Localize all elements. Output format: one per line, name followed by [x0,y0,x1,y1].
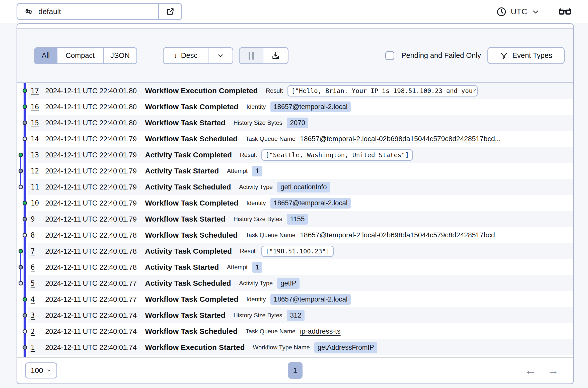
event-timestamp: 2024-12-11 UTC 22:40:01.80 [45,119,145,127]
event-row[interactable]: 17 2024-12-11 UTC 22:40:01.80 Workflow E… [17,83,573,99]
page-size-select[interactable]: 100 [25,362,57,378]
event-row[interactable]: 5 2024-12-11 UTC 22:40:01.77 Activity Ta… [17,275,573,291]
event-history-panel: All Compact JSON ↓ Desc [17,23,574,384]
event-attribute-label: Task Queue Name [246,135,296,142]
event-attribute-value[interactable]: 18657@temporal-2.local-02b698da15044c579… [300,231,501,239]
event-row[interactable]: 16 2024-12-11 UTC 22:40:01.80 Workflow T… [17,99,573,115]
event-id-link[interactable]: 4 [31,295,45,304]
event-timestamp: 2024-12-11 UTC 22:40:01.74 [45,311,145,320]
event-status-dot [23,217,27,221]
event-row[interactable]: 13 2024-12-11 UTC 22:40:01.79 Activity T… [17,147,573,163]
event-timestamp: 2024-12-11 UTC 22:40:01.79 [45,199,145,207]
event-attribute-label: Task Queue Name [246,232,296,239]
event-row[interactable]: 12 2024-12-11 UTC 22:40:01.79 Activity T… [17,163,573,179]
event-id-link[interactable]: 5 [31,279,45,287]
event-row[interactable]: 4 2024-12-11 UTC 22:40:01.77 Workflow Ta… [17,291,573,307]
event-status-dot [23,313,27,318]
chevron-down-icon [216,52,225,60]
event-id-link[interactable]: 12 [31,167,45,175]
sort-order-control: ↓ Desc [163,47,233,64]
event-row[interactable]: 1 2024-12-11 UTC 22:40:01.74 Workflow Ex… [17,339,573,355]
tab-json[interactable]: JSON [103,48,136,63]
event-timestamp: 2024-12-11 UTC 22:40:01.78 [45,231,145,239]
timezone-selector[interactable]: UTC [496,0,540,23]
event-id-link[interactable]: 17 [31,87,45,95]
event-row[interactable]: 11 2024-12-11 UTC 22:40:01.79 Activity T… [17,179,573,195]
labs-mode-button[interactable] [557,0,572,23]
event-row[interactable]: 15 2024-12-11 UTC 22:40:01.80 Workflow T… [17,115,573,131]
event-id-link[interactable]: 3 [31,311,45,320]
event-id-link[interactable]: 8 [31,231,45,239]
namespace-select[interactable]: default [17,4,158,19]
event-id-link[interactable]: 9 [31,215,45,223]
next-page-arrow[interactable]: → [547,364,559,377]
event-name: Workflow Task Started [145,119,226,127]
sort-options-dropdown-button[interactable] [208,48,233,63]
event-row[interactable]: 2 2024-12-11 UTC 22:40:01.74 Workflow Ta… [17,323,573,339]
event-status-dot [23,88,27,93]
event-id-link[interactable]: 6 [31,263,45,271]
pause-button[interactable] [240,48,263,63]
event-status-dot [19,249,23,253]
event-id-link[interactable]: 13 [31,151,45,159]
event-status-dot [23,297,27,302]
event-row[interactable]: 8 2024-12-11 UTC 22:40:01.78 Workflow Ta… [17,227,573,243]
event-timestamp: 2024-12-11 UTC 22:40:01.78 [45,263,145,271]
event-name: Activity Task Completed [145,247,232,255]
event-types-filter-button[interactable]: Event Types [487,47,565,64]
event-id-link[interactable]: 14 [31,135,45,143]
event-status-dot [19,185,23,189]
event-row[interactable]: 10 2024-12-11 UTC 22:40:01.79 Workflow T… [17,195,573,211]
tab-compact[interactable]: Compact [57,48,103,63]
event-row[interactable]: 14 2024-12-11 UTC 22:40:01.79 Workflow T… [17,131,573,147]
event-attribute-value[interactable]: 18657@temporal-2.local-02b698da15044c579… [300,135,501,143]
event-attribute-label: History Size Bytes [234,312,282,319]
event-timestamp: 2024-12-11 UTC 22:40:01.79 [45,167,145,175]
event-row[interactable]: 7 2024-12-11 UTC 22:40:01.78 Activity Ta… [17,243,573,259]
event-name: Activity Task Scheduled [145,183,231,191]
pending-failed-checkbox[interactable] [385,51,394,60]
event-attribute-value: 2070 [287,118,308,128]
current-page-button[interactable]: 1 [288,362,303,379]
event-timestamp: 2024-12-11 UTC 22:40:01.77 [45,279,145,287]
namespace-value: default [38,7,61,16]
event-timestamp: 2024-12-11 UTC 22:40:01.79 [45,183,145,191]
event-status-dot [19,169,23,173]
namespace-external-link-button[interactable] [158,4,181,19]
event-id-link[interactable]: 11 [31,183,45,191]
event-history-list: 17 2024-12-11 UTC 22:40:01.80 Workflow E… [17,83,573,357]
event-attribute-value: getLocationInfo [277,182,330,192]
event-timestamp: 2024-12-11 UTC 22:40:01.77 [45,295,145,304]
event-attribute-label: Result [240,151,257,158]
clock-icon [496,7,507,17]
pause-icon [249,52,254,60]
event-name: Workflow Task Completed [145,199,238,207]
tab-all[interactable]: All [35,48,57,63]
download-button[interactable] [263,48,288,63]
event-attribute-label: Identity [246,103,266,110]
event-row[interactable]: 6 2024-12-11 UTC 22:40:01.78 Activity Ta… [17,259,573,275]
event-row[interactable]: 9 2024-12-11 UTC 22:40:01.79 Workflow Ta… [17,211,573,227]
event-attribute-label: Attempt [227,167,248,174]
event-name: Activity Task Completed [145,151,232,159]
event-attribute-value[interactable]: ip-address-ts [300,327,341,335]
event-id-link[interactable]: 7 [31,247,45,255]
event-timestamp: 2024-12-11 UTC 22:40:01.78 [45,247,145,255]
pending-failed-filter[interactable]: Pending and Failed Only [385,51,481,60]
namespace-icon [24,7,33,16]
event-id-link[interactable]: 16 [31,103,45,111]
event-status-dot [23,329,27,334]
event-id-link[interactable]: 15 [31,119,45,127]
previous-page-arrow[interactable]: ← [525,364,536,377]
event-id-link[interactable]: 1 [31,343,45,352]
filter-funnel-icon [500,51,508,60]
event-id-link[interactable]: 2 [31,327,45,336]
event-id-link[interactable]: 10 [31,199,45,207]
event-status-dot [23,105,27,109]
event-attribute-label: Activity Type [239,183,273,190]
event-status-dot [19,281,23,285]
event-row[interactable]: 3 2024-12-11 UTC 22:40:01.74 Workflow Ta… [17,307,573,323]
event-attribute-value: 1 [252,262,262,273]
sort-desc-button[interactable]: ↓ Desc [164,48,208,63]
event-status-dot [23,121,27,125]
